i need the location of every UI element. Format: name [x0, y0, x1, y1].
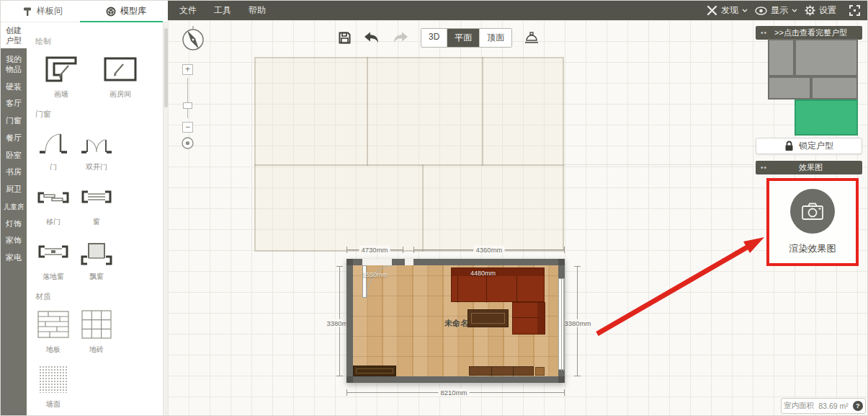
sofa-chaise[interactable] [512, 302, 545, 335]
help-icon[interactable]: ? [853, 401, 863, 411]
tool-door[interactable]: 门 [35, 125, 71, 172]
window[interactable] [558, 278, 565, 370]
sofa-dim-label: 4480mm [470, 270, 496, 277]
rail-item-kids-room[interactable]: 儿童房 [1, 198, 27, 216]
rail-item-living-room[interactable]: 客厅 [1, 95, 27, 112]
layout-panel-title: >>点击查看完整户型 [772, 27, 862, 38]
dim-tick [336, 376, 343, 376]
zoom-reset-icon[interactable] [181, 136, 194, 150]
menu-file[interactable]: 文件 [179, 4, 197, 17]
panel-collapse-handle[interactable]: •• [756, 29, 772, 37]
rail-item-my-items[interactable]: 我的物品 [1, 51, 27, 79]
zoom-slider-handle[interactable] [183, 102, 192, 109]
discover-menu[interactable]: 发现 [707, 4, 748, 17]
side-table[interactable] [535, 367, 545, 376]
tool-wall-finish[interactable]: 墙面 [35, 362, 71, 410]
ceiling-lamp-button[interactable] [524, 30, 540, 45]
tool-floor-tile[interactable]: 地砖 [79, 307, 115, 355]
tool-window[interactable]: 窗 [79, 180, 115, 227]
rail-item-kitchen-bath[interactable]: 厨卫 [1, 181, 27, 198]
settings-label: 设置 [819, 4, 836, 17]
door-opening[interactable] [362, 259, 392, 265]
room-name-label[interactable]: 未命名 [444, 318, 468, 329]
tool-draw-wall[interactable]: 画墙 [35, 52, 87, 99]
display-menu[interactable]: 显示 [755, 4, 797, 17]
undo-button[interactable] [363, 31, 380, 44]
tool-floor-window[interactable]: 落地窗 [35, 234, 71, 282]
tool-label: 双开门 [86, 162, 107, 172]
floor-window-icon [37, 236, 70, 267]
wall-corner [558, 376, 565, 383]
dim-label-top-left: 4730mm [359, 246, 390, 254]
zoom-in-button[interactable]: + [182, 64, 193, 75]
rail-item-study[interactable]: 书房 [1, 164, 27, 181]
tv-cabinet[interactable] [469, 366, 534, 376]
zoom-slider-track[interactable] [187, 78, 188, 118]
fullscreen-button[interactable] [849, 5, 860, 16]
save-button[interactable] [338, 31, 352, 45]
tool-draw-room[interactable]: 画房间 [94, 52, 146, 99]
left-panel-tabs: 样板间 模型库 [1, 1, 168, 22]
scrollbar-thumb[interactable] [164, 28, 168, 107]
floorplan-room[interactable]: 4480mm 未命名 1550mm [346, 259, 565, 383]
area-value: 83.69 m² [818, 402, 848, 410]
mini-room-selected[interactable] [795, 99, 858, 136]
dim-tick [574, 266, 581, 267]
menu-help[interactable]: 帮助 [249, 4, 266, 17]
view-plan-button[interactable]: 平面 [447, 29, 480, 47]
tab-sample-room-label: 样板间 [37, 5, 63, 17]
render-panel-header[interactable]: •• 效果图 [756, 161, 862, 174]
cabinet[interactable] [353, 366, 396, 376]
floorplan-canvas[interactable]: + − 3D 平面 顶面 [168, 20, 868, 416]
section-title-draw: 绘制 [35, 36, 156, 47]
mini-room[interactable] [795, 39, 858, 76]
tool-double-door[interactable]: 双开门 [79, 125, 115, 172]
view-ceiling-button[interactable]: 顶面 [480, 29, 511, 47]
left-panel-scrollbar[interactable] [163, 22, 168, 416]
canvas-toolbar: 3D 平面 顶面 [338, 28, 540, 47]
tool-label: 窗 [93, 217, 100, 227]
mini-room[interactable] [768, 76, 811, 99]
window-icon [80, 182, 113, 212]
coffee-table[interactable] [467, 309, 509, 327]
view-3d-button[interactable]: 3D [421, 29, 447, 47]
lock-layout-button[interactable]: 锁定户型 [756, 138, 862, 154]
menu-tools[interactable]: 工具 [214, 4, 231, 17]
tab-sample-room[interactable]: 样板间 [1, 1, 84, 22]
tool-bay-window[interactable]: 飘窗 [79, 234, 115, 282]
wall-corner [558, 259, 565, 265]
dim-tick [336, 266, 343, 267]
panel-collapse-handle[interactable]: •• [756, 164, 772, 172]
category-rail: 创建户型 我的物品 硬装 客厅 门窗 餐厅 卧室 书房 厨卫 儿童房 灯饰 家饰… [1, 22, 27, 416]
rail-item-appliances[interactable]: 家电 [1, 249, 27, 267]
dim-label-bottom: 8210mm [439, 389, 470, 397]
tool-sliding-door[interactable]: 移门 [35, 180, 71, 227]
render-button-label[interactable]: 渲染效果图 [789, 242, 836, 255]
layout-panel-header[interactable]: •• >>点击查看完整户型 [756, 26, 862, 40]
compass-icon[interactable] [178, 25, 208, 55]
mini-room[interactable] [811, 76, 858, 99]
rail-item-home-decor[interactable]: 家饰 [1, 232, 27, 249]
rail-item-bedroom[interactable]: 卧室 [1, 147, 27, 164]
rail-item-doors-windows[interactable]: 门窗 [1, 112, 27, 130]
rail-item-create-layout[interactable]: 创建户型 [1, 22, 27, 50]
wall-finish-icon [39, 366, 68, 393]
section-title-doors-windows: 门窗 [35, 109, 156, 120]
settings-menu[interactable]: 设置 [805, 4, 836, 17]
tool-palette: 绘制 画墙 画房间 门窗 门 双开门 [27, 22, 163, 416]
hammer-icon [22, 6, 32, 17]
mini-room[interactable] [768, 39, 795, 76]
zoom-out-button[interactable]: − [182, 122, 193, 133]
ceiling-lamp-icon [524, 30, 540, 45]
render-camera-button[interactable] [790, 189, 835, 234]
tool-floor-board[interactable]: 地板 [35, 307, 71, 355]
rail-item-lighting[interactable]: 灯饰 [1, 216, 27, 233]
tab-model-library[interactable]: 模型库 [84, 1, 168, 22]
rail-item-dining-room[interactable]: 餐厅 [1, 130, 27, 147]
rail-item-hard-decor[interactable]: 硬装 [1, 79, 27, 96]
draw-room-icon [99, 53, 142, 86]
render-highlight-box: 渲染效果图 [766, 178, 859, 266]
sofa[interactable] [451, 267, 545, 302]
redo-button[interactable] [392, 31, 409, 44]
undo-icon [363, 31, 380, 44]
